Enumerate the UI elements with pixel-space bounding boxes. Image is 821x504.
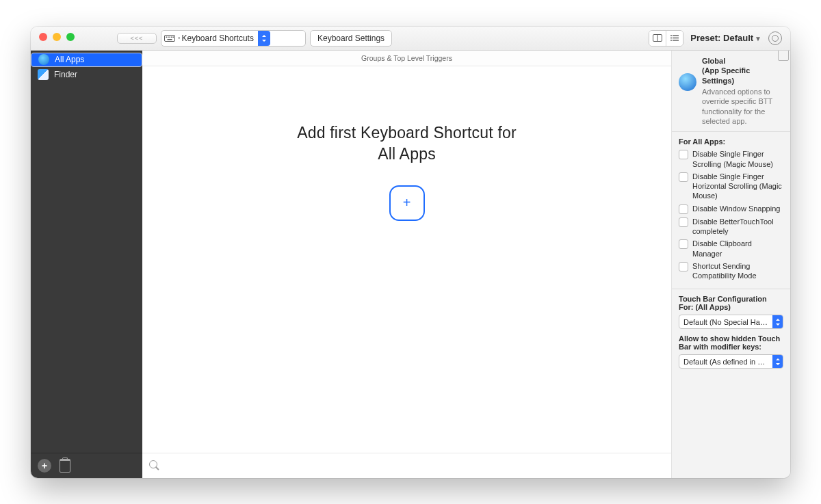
main-pane: Groups & Top Level Triggers Add first Ke… xyxy=(142,51,672,478)
empty-state-text: Add first Keyboard Shortcut for All Apps xyxy=(297,122,517,165)
sidebar-item-finder[interactable]: Finder xyxy=(31,67,142,82)
gear-icon[interactable] xyxy=(768,31,782,45)
sidebar-item-label: All Apps xyxy=(55,55,84,64)
traffic-lights: <<< xyxy=(31,33,161,44)
trigger-type-label: Keyboard Shortcuts xyxy=(181,34,258,43)
svg-point-9 xyxy=(670,35,672,36)
list-view-icon[interactable] xyxy=(666,31,683,46)
zoom-icon[interactable] xyxy=(66,33,75,41)
keyboard-icon xyxy=(161,35,178,42)
chevron-updown-icon xyxy=(772,355,783,368)
for-all-apps-header: For All Apps: xyxy=(679,137,783,146)
plus-icon: + xyxy=(403,195,411,211)
sidebar: All Apps Finder + xyxy=(31,51,142,478)
titlebar: <<< • Keyboard Shortcuts Keyboard Settin… xyxy=(31,27,790,51)
finder-icon xyxy=(38,69,49,80)
close-icon[interactable] xyxy=(39,33,47,41)
add-trigger-button[interactable]: + xyxy=(389,185,425,221)
chevron-updown-icon xyxy=(772,315,783,328)
svg-rect-2 xyxy=(168,36,169,38)
inspector-description: Advanced options to override specific BT… xyxy=(702,87,783,126)
checkbox-disable-btt[interactable]: Disable BetterTouchTool completely xyxy=(679,217,783,237)
hidden-touchbar-header: Allow to show hidden Touch Bar with modi… xyxy=(679,334,783,351)
app-window: <<< • Keyboard Shortcuts Keyboard Settin… xyxy=(31,27,790,478)
add-app-button[interactable]: + xyxy=(38,459,51,473)
columns-view-icon[interactable] xyxy=(649,31,666,46)
main-header: Groups & Top Level Triggers xyxy=(142,51,671,66)
checkbox-disable-clipboard[interactable]: Disable Clipboard Manager xyxy=(679,239,783,258)
svg-rect-1 xyxy=(166,36,168,38)
svg-rect-3 xyxy=(170,36,171,38)
checkbox-disable-single-finger[interactable]: Disable Single Finger Scrolling (Magic M… xyxy=(679,149,783,169)
hidden-touchbar-select[interactable]: Default (As defined in setti… xyxy=(679,354,783,369)
button-label: Keyboard Settings xyxy=(317,34,385,43)
svg-rect-10 xyxy=(673,35,679,36)
checkbox-disable-window-snapping[interactable]: Disable Window Snapping xyxy=(679,204,783,214)
sidebar-item-all-apps[interactable]: All Apps xyxy=(31,53,142,67)
sidebar-footer: + xyxy=(31,453,142,478)
document-icon[interactable] xyxy=(778,51,789,61)
triangle-down-icon: ▼ xyxy=(755,35,761,42)
minimize-icon[interactable] xyxy=(53,33,61,41)
svg-rect-4 xyxy=(171,36,172,38)
trash-icon[interactable] xyxy=(60,459,70,473)
globe-icon xyxy=(38,54,49,65)
touchbar-config-header: Touch Bar Configuration For: (All Apps) xyxy=(679,295,783,311)
search-icon[interactable] xyxy=(149,460,159,470)
checkbox-compat-mode[interactable]: Shortcut Sending Compatibility Mode xyxy=(679,261,783,281)
svg-rect-0 xyxy=(165,35,175,41)
svg-rect-6 xyxy=(168,39,172,40)
keyboard-settings-button[interactable]: Keyboard Settings xyxy=(310,30,392,47)
svg-rect-5 xyxy=(173,36,174,38)
back-pill-button[interactable]: <<< xyxy=(117,33,157,44)
inspector-title: Global (App Specific Settings) xyxy=(702,56,783,87)
chevron-updown-icon xyxy=(258,31,270,46)
touchbar-config-select[interactable]: Default (No Special Handli… xyxy=(679,315,783,329)
checkbox-disable-single-finger-horizontal[interactable]: Disable Single Finger Horizontal Scrolli… xyxy=(679,172,783,201)
view-mode-segmented[interactable] xyxy=(649,30,683,47)
svg-point-13 xyxy=(670,40,672,41)
inspector-pane: Global (App Specific Settings) Advanced … xyxy=(672,51,790,478)
main-body: Add first Keyboard Shortcut for All Apps… xyxy=(142,66,671,453)
preset-dropdown[interactable]: Preset: Default▼ xyxy=(690,33,761,43)
trigger-type-dropdown[interactable]: • Keyboard Shortcuts xyxy=(161,30,306,47)
main-footer xyxy=(142,453,671,478)
globe-icon xyxy=(679,73,696,91)
svg-rect-12 xyxy=(673,38,679,38)
svg-point-11 xyxy=(670,38,672,39)
svg-rect-14 xyxy=(673,40,679,40)
sidebar-item-label: Finder xyxy=(54,70,77,79)
